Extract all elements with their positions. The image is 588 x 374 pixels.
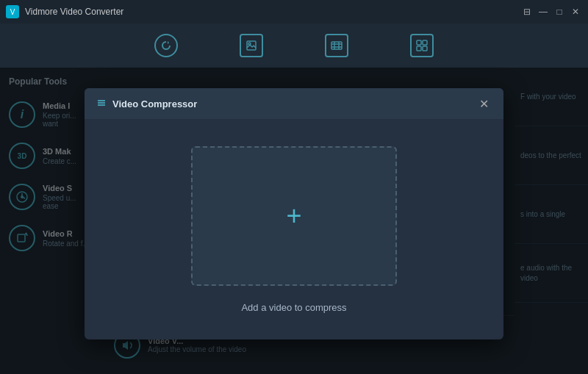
movie-icon: [325, 34, 348, 57]
modal-header: Video Compressor ✕: [85, 88, 503, 119]
title-bar-controls: ⊟ — □ ✕: [520, 5, 582, 18]
video-compressor-modal: Video Compressor ✕ + Add a video to comp…: [85, 88, 503, 339]
title-bar-left: V Vidmore Video Converter: [6, 5, 123, 18]
drop-zone-label: Add a video to compress: [241, 302, 346, 313]
content-area: Popular Tools i Media I Keep ori...want …: [0, 68, 588, 374]
toolbar-tools[interactable]: [401, 29, 442, 62]
svg-rect-9: [417, 46, 421, 51]
svg-rect-8: [423, 40, 427, 45]
maximize-btn[interactable]: □: [553, 5, 566, 18]
toolbar-image[interactable]: [231, 29, 272, 62]
modal-overlay: Video Compressor ✕ + Add a video to comp…: [0, 68, 588, 374]
svg-rect-7: [417, 40, 421, 45]
title-bar: V Vidmore Video Converter ⊟ — □ ✕: [0, 0, 588, 24]
modal-close-button[interactable]: ✕: [476, 96, 492, 112]
app-title: Vidmore Video Converter: [25, 7, 123, 17]
minimize-btn[interactable]: —: [537, 5, 550, 18]
close-btn[interactable]: ✕: [569, 5, 582, 18]
main-toolbar: [0, 24, 588, 68]
modal-body: + Add a video to compress: [85, 119, 503, 339]
image-icon: [240, 34, 263, 57]
tools-icon: [410, 34, 434, 57]
svg-rect-2: [331, 42, 342, 49]
svg-rect-10: [423, 46, 427, 51]
app-icon: V: [6, 5, 19, 18]
convert-icon: [154, 34, 178, 57]
toolbar-movie[interactable]: [316, 29, 357, 62]
modal-title-row: Video Compressor: [96, 98, 197, 110]
drop-zone-plus: +: [286, 203, 301, 229]
custom-btn[interactable]: ⊟: [520, 5, 534, 18]
drop-zone[interactable]: +: [191, 146, 397, 286]
modal-title: Video Compressor: [112, 98, 197, 109]
toolbar-convert[interactable]: [146, 29, 187, 62]
modal-header-icon: [96, 98, 107, 110]
